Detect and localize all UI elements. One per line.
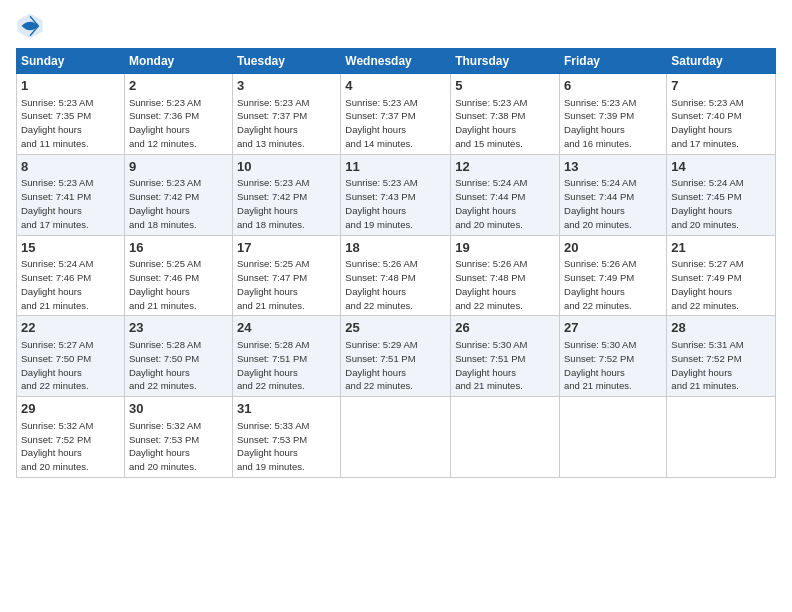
calendar-cell: 31Sunrise: 5:33 AMSunset: 7:53 PMDayligh… [233,397,341,478]
day-info: Sunrise: 5:24 AMSunset: 7:44 PMDaylight … [455,177,527,229]
calendar-cell: 7Sunrise: 5:23 AMSunset: 7:40 PMDaylight… [667,74,776,155]
day-info: Sunrise: 5:23 AMSunset: 7:43 PMDaylight … [345,177,417,229]
day-info: Sunrise: 5:25 AMSunset: 7:46 PMDaylight … [129,258,201,310]
day-info: Sunrise: 5:23 AMSunset: 7:37 PMDaylight … [237,97,309,149]
day-number: 27 [564,319,662,337]
day-info: Sunrise: 5:23 AMSunset: 7:39 PMDaylight … [564,97,636,149]
day-number: 8 [21,158,120,176]
day-info: Sunrise: 5:32 AMSunset: 7:53 PMDaylight … [129,420,201,472]
calendar-week-5: 29Sunrise: 5:32 AMSunset: 7:52 PMDayligh… [17,397,776,478]
day-number: 7 [671,77,771,95]
day-info: Sunrise: 5:26 AMSunset: 7:49 PMDaylight … [564,258,636,310]
calendar-cell: 14Sunrise: 5:24 AMSunset: 7:45 PMDayligh… [667,154,776,235]
calendar-cell: 15Sunrise: 5:24 AMSunset: 7:46 PMDayligh… [17,235,125,316]
day-number: 30 [129,400,228,418]
day-info: Sunrise: 5:23 AMSunset: 7:40 PMDaylight … [671,97,743,149]
day-number: 13 [564,158,662,176]
day-info: Sunrise: 5:32 AMSunset: 7:52 PMDaylight … [21,420,93,472]
calendar-cell: 19Sunrise: 5:26 AMSunset: 7:48 PMDayligh… [451,235,560,316]
day-number: 16 [129,239,228,257]
day-number: 29 [21,400,120,418]
calendar-cell: 1Sunrise: 5:23 AMSunset: 7:35 PMDaylight… [17,74,125,155]
calendar-cell: 26Sunrise: 5:30 AMSunset: 7:51 PMDayligh… [451,316,560,397]
day-info: Sunrise: 5:23 AMSunset: 7:42 PMDaylight … [129,177,201,229]
calendar-cell: 16Sunrise: 5:25 AMSunset: 7:46 PMDayligh… [124,235,232,316]
calendar-week-4: 22Sunrise: 5:27 AMSunset: 7:50 PMDayligh… [17,316,776,397]
day-info: Sunrise: 5:23 AMSunset: 7:38 PMDaylight … [455,97,527,149]
day-number: 14 [671,158,771,176]
day-info: Sunrise: 5:27 AMSunset: 7:49 PMDaylight … [671,258,743,310]
calendar-cell: 29Sunrise: 5:32 AMSunset: 7:52 PMDayligh… [17,397,125,478]
day-number: 9 [129,158,228,176]
calendar-cell: 11Sunrise: 5:23 AMSunset: 7:43 PMDayligh… [341,154,451,235]
day-info: Sunrise: 5:23 AMSunset: 7:37 PMDaylight … [345,97,417,149]
calendar-cell: 17Sunrise: 5:25 AMSunset: 7:47 PMDayligh… [233,235,341,316]
calendar-cell [341,397,451,478]
day-number: 23 [129,319,228,337]
day-number: 17 [237,239,336,257]
calendar-cell [667,397,776,478]
header [16,12,776,40]
day-info: Sunrise: 5:28 AMSunset: 7:51 PMDaylight … [237,339,309,391]
calendar-cell: 20Sunrise: 5:26 AMSunset: 7:49 PMDayligh… [560,235,667,316]
day-number: 19 [455,239,555,257]
calendar-cell: 3Sunrise: 5:23 AMSunset: 7:37 PMDaylight… [233,74,341,155]
calendar-cell: 8Sunrise: 5:23 AMSunset: 7:41 PMDaylight… [17,154,125,235]
day-number: 11 [345,158,446,176]
day-number: 12 [455,158,555,176]
day-info: Sunrise: 5:24 AMSunset: 7:46 PMDaylight … [21,258,93,310]
day-info: Sunrise: 5:23 AMSunset: 7:35 PMDaylight … [21,97,93,149]
calendar-cell: 2Sunrise: 5:23 AMSunset: 7:36 PMDaylight… [124,74,232,155]
calendar-week-2: 8Sunrise: 5:23 AMSunset: 7:41 PMDaylight… [17,154,776,235]
calendar-header-monday: Monday [124,49,232,74]
calendar-cell: 28Sunrise: 5:31 AMSunset: 7:52 PMDayligh… [667,316,776,397]
day-number: 10 [237,158,336,176]
calendar-table: SundayMondayTuesdayWednesdayThursdayFrid… [16,48,776,478]
day-number: 25 [345,319,446,337]
calendar-header-wednesday: Wednesday [341,49,451,74]
calendar-week-3: 15Sunrise: 5:24 AMSunset: 7:46 PMDayligh… [17,235,776,316]
calendar-header-thursday: Thursday [451,49,560,74]
day-number: 18 [345,239,446,257]
day-number: 24 [237,319,336,337]
day-number: 20 [564,239,662,257]
day-info: Sunrise: 5:23 AMSunset: 7:41 PMDaylight … [21,177,93,229]
day-info: Sunrise: 5:28 AMSunset: 7:50 PMDaylight … [129,339,201,391]
day-info: Sunrise: 5:33 AMSunset: 7:53 PMDaylight … [237,420,309,472]
calendar-cell: 5Sunrise: 5:23 AMSunset: 7:38 PMDaylight… [451,74,560,155]
day-info: Sunrise: 5:24 AMSunset: 7:44 PMDaylight … [564,177,636,229]
logo-icon [16,12,44,40]
logo [16,12,48,40]
day-number: 31 [237,400,336,418]
calendar-cell: 18Sunrise: 5:26 AMSunset: 7:48 PMDayligh… [341,235,451,316]
calendar-header-row: SundayMondayTuesdayWednesdayThursdayFrid… [17,49,776,74]
calendar-week-1: 1Sunrise: 5:23 AMSunset: 7:35 PMDaylight… [17,74,776,155]
calendar-header-tuesday: Tuesday [233,49,341,74]
calendar-cell: 23Sunrise: 5:28 AMSunset: 7:50 PMDayligh… [124,316,232,397]
calendar-header-saturday: Saturday [667,49,776,74]
calendar-cell: 9Sunrise: 5:23 AMSunset: 7:42 PMDaylight… [124,154,232,235]
day-info: Sunrise: 5:30 AMSunset: 7:51 PMDaylight … [455,339,527,391]
page: SundayMondayTuesdayWednesdayThursdayFrid… [0,0,792,612]
day-number: 3 [237,77,336,95]
calendar-cell [560,397,667,478]
calendar-cell: 12Sunrise: 5:24 AMSunset: 7:44 PMDayligh… [451,154,560,235]
day-info: Sunrise: 5:31 AMSunset: 7:52 PMDaylight … [671,339,743,391]
calendar-cell: 6Sunrise: 5:23 AMSunset: 7:39 PMDaylight… [560,74,667,155]
day-info: Sunrise: 5:23 AMSunset: 7:36 PMDaylight … [129,97,201,149]
calendar-cell: 22Sunrise: 5:27 AMSunset: 7:50 PMDayligh… [17,316,125,397]
calendar-cell: 13Sunrise: 5:24 AMSunset: 7:44 PMDayligh… [560,154,667,235]
day-number: 6 [564,77,662,95]
day-number: 21 [671,239,771,257]
day-number: 2 [129,77,228,95]
day-info: Sunrise: 5:25 AMSunset: 7:47 PMDaylight … [237,258,309,310]
day-number: 4 [345,77,446,95]
day-number: 5 [455,77,555,95]
day-number: 26 [455,319,555,337]
day-number: 1 [21,77,120,95]
calendar-cell [451,397,560,478]
calendar-cell: 10Sunrise: 5:23 AMSunset: 7:42 PMDayligh… [233,154,341,235]
day-info: Sunrise: 5:26 AMSunset: 7:48 PMDaylight … [345,258,417,310]
calendar-cell: 24Sunrise: 5:28 AMSunset: 7:51 PMDayligh… [233,316,341,397]
day-info: Sunrise: 5:27 AMSunset: 7:50 PMDaylight … [21,339,93,391]
